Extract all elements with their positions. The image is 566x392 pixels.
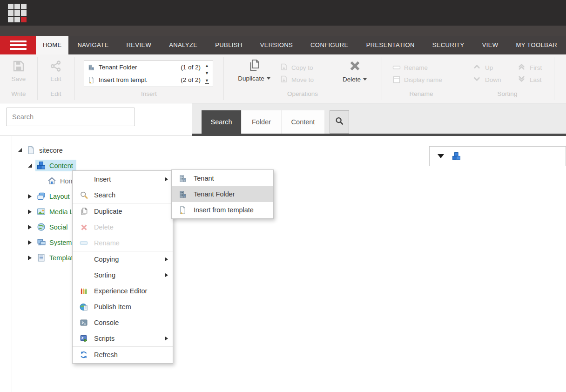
last-label: Last: [530, 76, 542, 83]
expand-arrow-icon[interactable]: [28, 256, 32, 260]
logo-cell: [14, 10, 20, 16]
submenu-arrow-icon: [165, 257, 168, 261]
logo-cell: [8, 17, 13, 22]
no-icon: [79, 270, 88, 280]
ribbon-tab-configure[interactable]: CONFIGURE: [302, 36, 357, 54]
ribbon-tab-presentation[interactable]: PRESENTATION: [357, 36, 424, 54]
menu-item-experience-editor[interactable]: Experience Editor: [73, 283, 173, 299]
delete-button[interactable]: Delete: [332, 60, 377, 83]
scroll-up-icon[interactable]: ▲: [205, 64, 209, 68]
insert-option-tenant-folder[interactable]: Tenant Folder (1 of 2): [84, 61, 213, 74]
submenu-item-tenant-folder[interactable]: Tenant Folder: [172, 186, 273, 202]
menu-item-rename: Rename: [73, 235, 173, 251]
ribbon-tab-security[interactable]: SECURITY: [424, 36, 473, 54]
sort-first-button: First: [518, 61, 542, 74]
tree-search-bar: [0, 103, 192, 136]
edit-label: Edit: [50, 75, 61, 82]
editor-tabs: Search Folder Content: [202, 110, 349, 134]
menu-item-console[interactable]: Console: [73, 315, 173, 331]
collapse-arrow-icon[interactable]: [18, 148, 22, 152]
tab-content[interactable]: Content: [282, 110, 324, 134]
menu-item-label: Insert: [94, 176, 111, 183]
copy-move-stack: Copy to Move to: [280, 61, 314, 86]
sitecore-logo-icon[interactable]: [8, 4, 27, 22]
logo-cell: [21, 4, 27, 9]
delete-label: Delete: [343, 76, 361, 83]
edit-button: Edit: [37, 60, 74, 82]
dropdown-caret-icon: [438, 154, 444, 158]
logo-cell-red: [21, 17, 27, 22]
menu-item-label: Scripts: [94, 335, 115, 342]
menu-item-duplicate[interactable]: Duplicate: [73, 203, 173, 219]
scroll-last-icon[interactable]: ▼: [205, 79, 209, 84]
system-icon: [37, 238, 46, 247]
menu-item-sorting[interactable]: Sorting: [73, 267, 173, 283]
up-icon: [473, 63, 482, 72]
tab-folder[interactable]: Folder: [242, 110, 281, 134]
collapse-arrow-icon[interactable]: [28, 163, 32, 168]
first-label: First: [530, 64, 542, 71]
hamburger-menu-button[interactable]: [0, 36, 36, 54]
insert-option-label: Insert from templ.: [99, 76, 148, 83]
ribbon-tab-view[interactable]: VIEW: [473, 36, 507, 54]
menu-item-label: Delete: [94, 223, 114, 231]
editor-tab-strip: Search Folder Content: [192, 103, 566, 134]
submenu-item-insert-from-template[interactable]: Insert from template: [172, 202, 273, 218]
menu-item-scripts[interactable]: Scripts: [73, 331, 173, 346]
selected-item-highlight: Content: [35, 160, 76, 171]
menu-item-label: Copying: [94, 256, 119, 263]
insert-option-insert-from-template[interactable]: Insert from templ. (2 of 2): [84, 74, 213, 86]
tree-item-sitecore[interactable]: sitecore: [0, 142, 191, 158]
ribbon-tab-publish[interactable]: PUBLISH: [206, 36, 251, 54]
save-button: Save: [0, 60, 37, 82]
top-bar: [0, 0, 566, 26]
ribbon-tab-versions[interactable]: VERSIONS: [251, 36, 302, 54]
duplicate-button[interactable]: Duplicate: [233, 59, 276, 82]
copy-to-button: Copy to: [280, 61, 314, 74]
sorting-col-1: Up Down: [473, 61, 501, 86]
ribbon-tab-review[interactable]: REVIEW: [117, 36, 160, 54]
ribbon-tab-home[interactable]: HOME: [36, 36, 68, 54]
submenu-item-label: Tenant: [194, 175, 214, 182]
search-scope-dropdown[interactable]: [429, 146, 566, 166]
templates-icon: [37, 253, 46, 262]
ribbon-tab-my-toolbar[interactable]: MY TOOLBAR: [507, 36, 566, 54]
sort-up-button: Up: [473, 61, 501, 74]
menu-item-label: Rename: [94, 239, 120, 247]
display-name-label: Display name: [404, 76, 442, 83]
ribbon-tab-navigate[interactable]: NAVIGATE: [68, 36, 117, 54]
menu-item-label: Experience Editor: [94, 287, 147, 295]
logo-cell: [8, 10, 13, 16]
document-icon: [27, 146, 35, 155]
duplicate-icon: [247, 59, 261, 74]
expand-arrow-icon[interactable]: [28, 194, 32, 199]
save-icon: [13, 60, 25, 74]
tenant-folder-icon: [178, 189, 187, 199]
scripts-icon: [79, 334, 88, 343]
scroll-down-icon[interactable]: ▼: [205, 71, 209, 75]
submenu-item-label: Tenant Folder: [194, 190, 235, 198]
menu-item-insert[interactable]: Insert: [73, 171, 173, 187]
menu-item-label: Search: [94, 191, 115, 199]
edit-icon: [50, 60, 62, 74]
copy-to-label: Copy to: [291, 64, 313, 71]
search-icon: [335, 116, 344, 128]
menu-item-refresh[interactable]: Refresh: [73, 347, 173, 363]
expand-arrow-icon[interactable]: [28, 210, 32, 214]
expand-arrow-icon[interactable]: [28, 225, 32, 230]
ribbon-tab-analyze[interactable]: ANALYZE: [160, 36, 206, 54]
tenant-folder-icon: [88, 64, 95, 71]
open-search-button[interactable]: [330, 110, 349, 134]
menu-item-search[interactable]: Search: [73, 187, 173, 203]
menu-item-publish-item[interactable]: Publish Item: [73, 299, 173, 315]
tab-search[interactable]: Search: [202, 110, 241, 134]
menu-item-copying[interactable]: Copying: [73, 251, 173, 267]
rename-label: Rename: [404, 64, 428, 71]
copy-to-icon: [280, 63, 288, 72]
expand-arrow-icon[interactable]: [28, 240, 32, 245]
tree-search-input[interactable]: [6, 108, 135, 126]
submenu-item-tenant[interactable]: Tenant: [172, 170, 273, 186]
last-icon: [518, 75, 526, 84]
insert-option-label: Tenant Folder: [99, 64, 137, 71]
hamburger-bar: [10, 41, 27, 42]
